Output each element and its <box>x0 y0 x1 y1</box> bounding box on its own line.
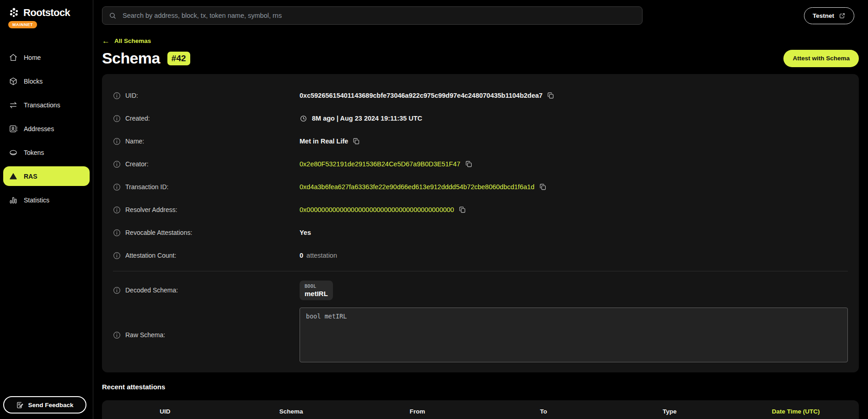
detail-value: 0x2e80F532191de291536B24Ce5D67a9B0D3E51F… <box>300 160 848 168</box>
column-header-to[interactable]: To <box>481 408 607 415</box>
sidebar-item-tokens[interactable]: Tokens <box>3 143 90 162</box>
detail-row-resolver-address: Resolver Address: 0x00000000000000000000… <box>113 198 848 221</box>
section-divider <box>113 271 848 271</box>
schema-name-value: Met in Real Life <box>300 138 348 145</box>
decoded-schema-chip: BOOL metIRL <box>300 281 333 300</box>
sidebar-item-label: RAS <box>24 173 38 180</box>
detail-label-text: Revocable Attestations: <box>125 229 192 236</box>
info-icon <box>113 252 121 260</box>
detail-value: Met in Real Life <box>300 138 848 145</box>
attestation-count-value: 0 <box>300 252 303 259</box>
column-header-schema[interactable]: Schema <box>228 408 354 415</box>
search-input[interactable] <box>122 11 636 20</box>
sidebar-item-label: Addresses <box>24 125 54 133</box>
statistics-icon <box>9 196 18 205</box>
page-content: ← All Schemas Schema #42 Attest with Sch… <box>93 25 868 419</box>
detail-value: BOOL metIRL <box>300 281 848 300</box>
copy-icon[interactable] <box>459 206 466 213</box>
attest-with-schema-button[interactable]: Attest with Schema <box>783 50 859 67</box>
detail-label: Name: <box>113 138 300 145</box>
home-icon <box>9 53 18 62</box>
send-feedback-button[interactable]: Send Feedback <box>3 396 86 414</box>
testnet-label: Testnet <box>813 12 834 19</box>
sidebar-item-label: Transactions <box>24 101 60 109</box>
detail-row-raw-schema: Raw Schema: bool metIRL <box>113 305 848 365</box>
revocable-value: Yes <box>300 229 311 236</box>
detail-label-text: UID: <box>125 92 138 99</box>
resolver-address-link[interactable]: 0x00000000000000000000000000000000000000… <box>300 206 454 213</box>
detail-label-text: Attestation Count: <box>125 252 176 259</box>
detail-label-text: Transaction ID: <box>125 183 168 191</box>
sidebar-item-blocks[interactable]: Blocks <box>3 71 90 91</box>
external-link-icon <box>839 12 846 19</box>
detail-row-transaction-id: Transaction ID: 0xd4a3b6fea627fa63363fe2… <box>113 175 848 198</box>
column-header-from[interactable]: From <box>354 408 481 415</box>
copy-icon[interactable] <box>539 183 547 191</box>
info-icon <box>113 206 121 214</box>
detail-label-text: Creator: <box>125 160 149 168</box>
column-header-datetime[interactable]: Date Time (UTC) <box>733 408 859 415</box>
column-header-type[interactable]: Type <box>606 408 733 415</box>
info-icon <box>113 92 121 100</box>
detail-label: Raw Schema: <box>113 331 300 339</box>
detail-label: Creator: <box>113 160 300 168</box>
addresses-icon <box>9 124 18 133</box>
detail-label: Attestation Count: <box>113 252 300 260</box>
testnet-button[interactable]: Testnet <box>804 7 854 24</box>
detail-row-created: Created: 8M ago | Aug 23 2024 19:11:35 U… <box>113 107 848 130</box>
sidebar-item-label: Blocks <box>24 78 43 85</box>
transactions-icon <box>9 101 18 110</box>
feedback-note-icon <box>16 401 24 409</box>
tokens-icon <box>9 148 18 157</box>
column-header-uid[interactable]: UID <box>102 408 228 415</box>
detail-label-text: Created: <box>125 115 150 122</box>
app-root: Rootstock MAINNET Home Blocks <box>0 0 868 419</box>
rootstock-logo-icon <box>8 6 20 19</box>
sidebar-item-home[interactable]: Home <box>3 48 90 67</box>
detail-label-text: Raw Schema: <box>125 331 165 339</box>
back-arrow-icon: ← <box>102 37 110 45</box>
detail-label: Resolver Address: <box>113 206 300 214</box>
info-icon <box>113 183 121 191</box>
copy-icon[interactable] <box>547 92 554 99</box>
detail-label-text: Name: <box>125 138 144 145</box>
sidebar-spacer <box>0 210 93 396</box>
sidebar-item-label: Tokens <box>24 149 44 156</box>
sidebar-item-statistics[interactable]: Statistics <box>3 190 90 210</box>
sidebar-item-label: Statistics <box>24 196 49 204</box>
top-bar: Testnet <box>93 0 868 25</box>
rootstock-logo[interactable]: Rootstock <box>0 6 93 19</box>
detail-value: Yes <box>300 229 848 236</box>
info-icon <box>113 229 121 237</box>
feedback-label: Send Feedback <box>28 402 73 408</box>
uid-value: 0xc59265615401143689cbfe73046a922c975c99… <box>300 92 542 99</box>
attestation-count-unit: attestation <box>306 252 337 259</box>
transaction-id-link[interactable]: 0xd4a3b6fea627fa63363fe22e90d66ed613e912… <box>300 183 535 191</box>
search-box[interactable] <box>102 6 643 25</box>
detail-value: 8M ago | Aug 23 2024 19:11:35 UTC <box>300 115 848 122</box>
detail-value: 0x00000000000000000000000000000000000000… <box>300 206 848 213</box>
sidebar-item-addresses[interactable]: Addresses <box>3 119 90 138</box>
detail-row-name: Name: Met in Real Life <box>113 130 848 153</box>
creator-address-link[interactable]: 0x2e80F532191de291536B24Ce5D67a9B0D3E51F… <box>300 160 461 168</box>
sidebar-item-transactions[interactable]: Transactions <box>3 95 90 115</box>
detail-row-decoded-schema: Decoded Schema: BOOL metIRL <box>113 276 848 305</box>
clock-icon <box>300 115 307 122</box>
detail-value: 0 attestation <box>300 252 848 259</box>
copy-icon[interactable] <box>353 138 360 145</box>
sidebar-item-ras[interactable]: RAS <box>3 166 90 186</box>
blocks-icon <box>9 77 18 86</box>
title-row: Schema #42 Attest with Schema <box>102 49 859 67</box>
info-icon <box>113 286 121 294</box>
copy-icon[interactable] <box>465 160 472 168</box>
detail-label-text: Resolver Address: <box>125 206 177 213</box>
raw-schema-textarea[interactable]: bool metIRL <box>300 308 848 362</box>
breadcrumb-all-schemas[interactable]: ← All Schemas <box>102 37 151 45</box>
created-value: 8M ago | Aug 23 2024 19:11:35 UTC <box>312 115 422 122</box>
search-icon <box>109 12 117 20</box>
detail-value: 0xc59265615401143689cbfe73046a922c975c99… <box>300 92 848 99</box>
detail-label-text: Decoded Schema: <box>125 286 178 294</box>
schema-details-card: UID: 0xc59265615401143689cbfe73046a922c9… <box>102 74 859 372</box>
detail-row-attestation-count: Attestation Count: 0 attestation <box>113 244 848 267</box>
recent-attestations-heading: Recent attestations <box>102 383 859 391</box>
